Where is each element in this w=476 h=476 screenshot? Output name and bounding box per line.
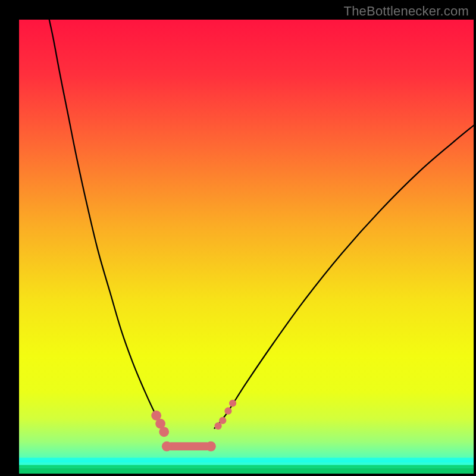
svg-point-5 xyxy=(162,441,172,452)
flat-marker xyxy=(167,442,211,450)
svg-rect-3 xyxy=(19,465,474,468)
marker-dot xyxy=(159,427,169,437)
chart-frame: TheBottlenecker.com xyxy=(0,0,476,476)
watermark-text: TheBottlenecker.com xyxy=(344,4,469,19)
bottom-bands xyxy=(19,458,474,474)
svg-rect-2 xyxy=(19,463,474,465)
svg-rect-0 xyxy=(19,458,474,461)
plot-area xyxy=(19,20,474,474)
svg-point-6 xyxy=(206,441,216,452)
marker-dot xyxy=(224,408,231,415)
marker-dot xyxy=(229,400,236,407)
svg-rect-1 xyxy=(19,461,474,463)
chart-svg xyxy=(19,20,474,474)
marker-dot xyxy=(219,417,226,424)
svg-rect-4 xyxy=(19,468,474,474)
gradient-background xyxy=(19,20,474,474)
